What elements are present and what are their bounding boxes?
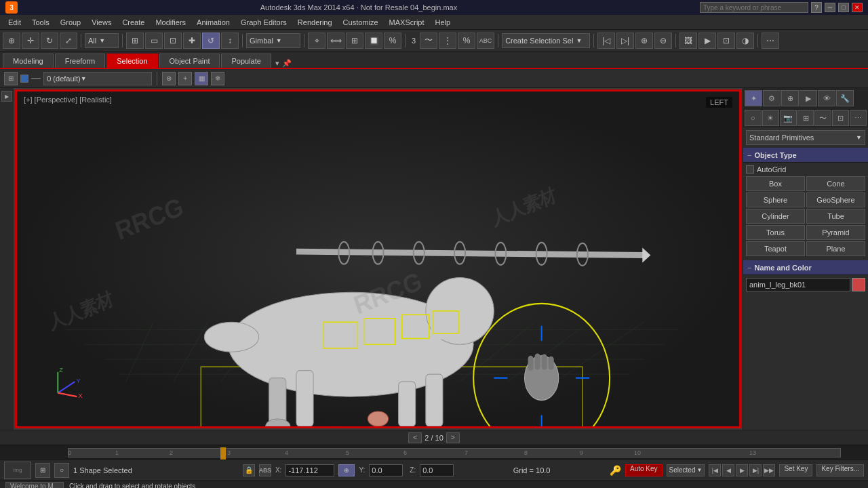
- go-start-button[interactable]: |◀: [709, 464, 721, 476]
- next-frame-button[interactable]: ▶|: [749, 464, 762, 476]
- box-button[interactable]: Box: [746, 176, 805, 191]
- maximize-button[interactable]: □: [838, 3, 849, 12]
- tab-pin-icon[interactable]: 📌: [282, 59, 292, 68]
- pyramid-button[interactable]: Pyramid: [806, 225, 865, 240]
- menu-rendering[interactable]: Rendering: [292, 17, 338, 28]
- timeline-prev-button[interactable]: <: [408, 432, 422, 443]
- play-mode-icon[interactable]: ▶: [1, 91, 12, 102]
- create-panel-icon[interactable]: ✦: [745, 90, 762, 106]
- move-icon[interactable]: ✚: [183, 33, 201, 49]
- z-coord-input[interactable]: [420, 464, 454, 476]
- menu-group[interactable]: Group: [55, 17, 87, 28]
- motion-panel-icon[interactable]: ▶: [800, 90, 817, 106]
- torus-button[interactable]: Torus: [746, 225, 805, 240]
- scale-icon[interactable]: ↕: [221, 33, 239, 49]
- tab-freeform[interactable]: Freeform: [55, 54, 106, 68]
- plane-button[interactable]: Plane: [806, 241, 865, 256]
- cylinder-button[interactable]: Cylinder: [746, 209, 805, 224]
- rotate-tool-icon[interactable]: ↻: [41, 33, 58, 49]
- window-crossing-icon[interactable]: ⊡: [164, 33, 182, 49]
- timeline-ruler[interactable]: 0 1 2 3 4 5 6 7 8 9 10 13: [0, 445, 868, 460]
- layer-select-icon[interactable]: ▦: [195, 72, 208, 85]
- geosphere-button[interactable]: GeoSphere: [806, 192, 865, 207]
- create-selection-dropdown[interactable]: Create Selection Sel▼: [502, 33, 590, 48]
- menu-create[interactable]: Create: [117, 17, 150, 28]
- minimize-button[interactable]: ─: [825, 3, 835, 12]
- object-type-section-header[interactable]: − Object Type: [743, 148, 868, 163]
- prev-frame-button[interactable]: ◀: [722, 464, 734, 476]
- cone-button[interactable]: Cone: [806, 176, 865, 191]
- activeshade-icon[interactable]: ◑: [736, 33, 754, 49]
- named-sel-4-icon[interactable]: ⊖: [654, 33, 672, 49]
- named-sel-1-icon[interactable]: |◁: [597, 33, 615, 49]
- named-sel-3-icon[interactable]: ⊕: [635, 33, 653, 49]
- cameras-icon[interactable]: 📷: [780, 110, 797, 126]
- more-icons-icon[interactable]: ⋯: [850, 110, 867, 126]
- more-tools-icon[interactable]: ⋯: [762, 33, 779, 49]
- filter-dropdown[interactable]: All▼: [85, 33, 119, 48]
- select-by-name-icon[interactable]: ⊞: [126, 33, 144, 49]
- array-icon[interactable]: ⊞: [346, 33, 363, 49]
- shapes-icon[interactable]: ○: [745, 110, 762, 126]
- tab-populate[interactable]: Populate: [221, 54, 271, 68]
- lights-icon[interactable]: ☀: [762, 110, 779, 126]
- close-button[interactable]: ✕: [852, 3, 863, 12]
- align-icon[interactable]: ⌖: [308, 33, 326, 49]
- dope-sheet-icon[interactable]: ⋮: [439, 33, 456, 49]
- auto-key-button[interactable]: Auto Key: [625, 464, 663, 476]
- menu-help[interactable]: Help: [430, 17, 456, 28]
- menu-customize[interactable]: Customize: [338, 17, 384, 28]
- render-icon[interactable]: ▶: [698, 33, 716, 49]
- tube-button[interactable]: Tube: [806, 209, 865, 224]
- name-color-section-header[interactable]: − Name and Color: [743, 260, 868, 275]
- display-panel-icon[interactable]: 👁: [818, 90, 835, 106]
- percent-snap-icon[interactable]: %: [384, 33, 401, 49]
- key-filters-button[interactable]: Key Filters...: [816, 464, 864, 476]
- tab-object-paint[interactable]: Object Paint: [159, 54, 220, 68]
- render-effects-icon[interactable]: ⊛: [162, 72, 176, 85]
- menu-views[interactable]: Views: [86, 17, 117, 28]
- go-end-button[interactable]: ▶▶: [763, 464, 775, 476]
- select-tool-icon[interactable]: ⊕: [3, 33, 20, 49]
- systems-icon[interactable]: ⊡: [832, 110, 849, 126]
- spacewarps-icon[interactable]: 〜: [814, 110, 831, 126]
- x-coord-input[interactable]: [285, 464, 334, 476]
- scale-tool-icon[interactable]: ⤢: [60, 33, 77, 49]
- hierarchy-panel-icon[interactable]: ⊕: [781, 90, 799, 106]
- tab-more-icon[interactable]: ▾: [275, 59, 279, 68]
- viewport[interactable]: [+] [Perspective] [Realistic] LEFT: [15, 89, 741, 428]
- layer-dropdown-arrow[interactable]: ──: [31, 75, 41, 82]
- layer-freeze-icon[interactable]: ❄: [211, 72, 224, 85]
- selected-dropdown[interactable]: Selected ▼: [667, 464, 705, 476]
- layer-name-dropdown[interactable]: 0 (default) ▼: [43, 72, 152, 85]
- menu-maxscript[interactable]: MAXScript: [384, 17, 430, 28]
- gimbal-dropdown[interactable]: Gimbal▼: [246, 33, 300, 48]
- coord-lock-icon[interactable]: ⊕: [338, 464, 355, 476]
- sphere-button[interactable]: Sphere: [746, 192, 805, 207]
- named-sel-2-icon[interactable]: ▷|: [616, 33, 634, 49]
- utilities-panel-icon[interactable]: 🔧: [836, 90, 854, 106]
- play-button[interactable]: ▶: [736, 464, 748, 476]
- abc-icon[interactable]: ABC: [477, 33, 494, 49]
- search-input[interactable]: [700, 2, 808, 13]
- set-key-button[interactable]: Set Key: [779, 464, 812, 476]
- mirror-icon[interactable]: ⟺: [327, 33, 344, 49]
- teapot-button[interactable]: Teapot: [746, 241, 805, 256]
- modify-panel-icon[interactable]: ⚙: [763, 90, 781, 106]
- rotate-icon[interactable]: ↺: [202, 33, 220, 49]
- object-name-input[interactable]: [746, 278, 850, 291]
- timeline-next-button[interactable]: >: [446, 432, 460, 443]
- snap-icon[interactable]: 🔲: [365, 33, 382, 49]
- primitives-dropdown[interactable]: Standard Primitives ▼: [746, 130, 865, 145]
- object-color-swatch[interactable]: [852, 278, 865, 291]
- render2-icon[interactable]: ⊡: [717, 33, 735, 49]
- tab-selection[interactable]: Selection: [106, 54, 157, 68]
- rect-select-icon[interactable]: ▭: [145, 33, 163, 49]
- layer-manager-icon[interactable]: ⊞: [4, 72, 18, 85]
- tab-modeling[interactable]: Modeling: [3, 54, 54, 68]
- menu-graph-editors[interactable]: Graph Editors: [235, 17, 292, 28]
- move-tool-icon[interactable]: ✛: [22, 33, 39, 49]
- menu-tools[interactable]: Tools: [26, 17, 55, 28]
- helpers-icon[interactable]: ⊞: [797, 110, 814, 126]
- percent-icon[interactable]: %: [458, 33, 475, 49]
